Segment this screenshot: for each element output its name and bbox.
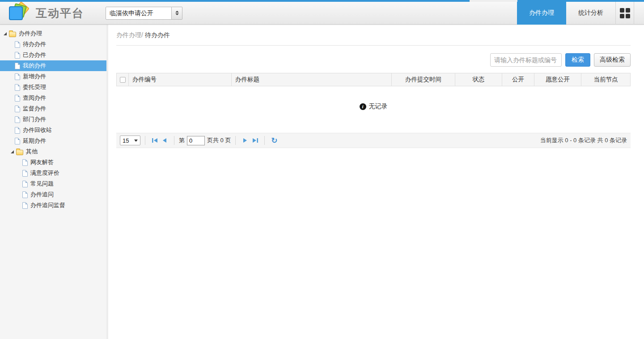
sidebar-item-banjian-banli[interactable]: 办件办理 xyxy=(0,28,106,39)
file-icon xyxy=(15,138,20,144)
page-number-input[interactable] xyxy=(187,136,205,145)
file-icon xyxy=(15,95,20,102)
chevron-down-icon xyxy=(134,140,138,142)
file-icon xyxy=(15,106,20,112)
tab-tongji-fenxi[interactable]: 统计分析 xyxy=(566,2,615,25)
file-icon xyxy=(15,116,20,123)
apps-menu-button[interactable] xyxy=(616,2,634,25)
app-title: 互动平台 xyxy=(36,6,84,21)
pager-divider xyxy=(174,136,174,145)
tree-expand-icon[interactable] xyxy=(11,150,14,153)
records-summary: 当前显示 0 - 0 条记录 共 0 条记录 xyxy=(540,136,627,144)
app-logo-icon xyxy=(8,3,32,23)
pager-divider xyxy=(145,136,145,145)
sidebar-item-department[interactable]: 部门办件 xyxy=(0,114,106,125)
page-size-select[interactable]: 15 xyxy=(120,136,140,145)
file-icon xyxy=(15,73,20,80)
spinner-up-icon xyxy=(175,11,179,13)
sidebar-tree: 办件办理 待办办件 已办办件 我的办件 新增办件 委托受理 查阅办件 监督办件 xyxy=(0,25,108,339)
file-icon xyxy=(22,181,28,187)
file-icon xyxy=(22,191,28,198)
folder-icon xyxy=(16,150,23,155)
sidebar-item-netizen-answers[interactable]: 网友解答 xyxy=(0,157,106,168)
breadcrumb-divider xyxy=(116,45,631,46)
sidebar-item-supervise[interactable]: 监督办件 xyxy=(0,103,106,114)
grid-icon xyxy=(620,8,630,18)
column-header-current-node[interactable]: 当前节点 xyxy=(581,73,630,86)
file-icon xyxy=(22,159,28,166)
sidebar-item-review[interactable]: 查阅办件 xyxy=(0,93,106,103)
breadcrumb: 办件办理/待办办件 xyxy=(116,31,631,38)
next-page-button[interactable] xyxy=(240,136,250,145)
empty-state: i 无记录 xyxy=(116,103,631,110)
refresh-button[interactable]: ↻ xyxy=(269,136,279,145)
folder-icon xyxy=(9,32,16,37)
pagination-bar: 15 第 页共 0 页 xyxy=(116,133,631,148)
column-header-submit-time[interactable]: 办件提交时间 xyxy=(392,73,455,86)
file-icon xyxy=(22,170,28,177)
site-select-spinner-icon[interactable] xyxy=(172,7,182,20)
app-header: 互动平台 临淄依申请公开 办件办理 统计分析 xyxy=(0,2,644,25)
search-input[interactable] xyxy=(490,53,562,67)
sidebar-item-others[interactable]: 其他 xyxy=(0,146,106,157)
page-total-label: 页共 0 页 xyxy=(207,136,231,144)
column-header-item-title[interactable]: 办件标题 xyxy=(232,73,392,86)
breadcrumb-current: 待办办件 xyxy=(145,31,170,38)
pager-controls: 15 第 页共 0 页 xyxy=(120,136,279,145)
search-toolbar: 检索 高级检索 xyxy=(116,53,631,67)
file-icon xyxy=(15,41,20,48)
sidebar-item-my-items[interactable]: 我的办件 xyxy=(0,60,106,71)
sidebar-item-followup[interactable]: 办件追问 xyxy=(0,189,106,200)
sidebar-item-pending[interactable]: 待办办件 xyxy=(0,39,106,50)
sidebar-item-faq[interactable]: 常见问题 xyxy=(0,178,106,189)
column-header-willing-public[interactable]: 愿意公开 xyxy=(534,73,581,86)
sidebar-item-recycle-bin[interactable]: 办件回收站 xyxy=(0,125,106,136)
file-icon xyxy=(15,127,20,134)
column-header-item-number[interactable]: 办件编号 xyxy=(129,73,232,86)
pager-divider xyxy=(235,136,236,145)
search-button[interactable]: 检索 xyxy=(565,53,590,67)
breadcrumb-parent: 办件办理/ xyxy=(116,31,143,38)
pager-divider xyxy=(264,136,265,145)
header-end-pad xyxy=(634,2,644,25)
sidebar-item-done[interactable]: 已办办件 xyxy=(0,50,106,60)
sidebar-item-followup-supervise[interactable]: 办件追问监督 xyxy=(0,200,106,211)
site-select[interactable]: 临淄依申请公开 xyxy=(106,7,182,20)
empty-text: 无记录 xyxy=(369,102,388,110)
sidebar-item-delayed[interactable]: 延期办件 xyxy=(0,136,106,146)
column-header-status[interactable]: 状态 xyxy=(455,73,502,86)
sidebar-item-entrusted[interactable]: 委托受理 xyxy=(0,82,106,93)
file-icon xyxy=(15,63,20,69)
header-checkbox-cell xyxy=(117,73,129,86)
file-icon xyxy=(22,202,28,209)
site-select-value[interactable]: 临淄依申请公开 xyxy=(106,7,172,20)
spinner-down-icon xyxy=(175,13,179,15)
advanced-search-button[interactable]: 高级检索 xyxy=(594,53,631,67)
page-label: 第 xyxy=(179,136,185,144)
last-page-button[interactable] xyxy=(250,136,260,145)
tree-expand-icon[interactable] xyxy=(4,32,7,35)
tab-banjian-banli[interactable]: 办件办理 xyxy=(517,2,566,25)
page-size-value: 15 xyxy=(123,137,129,144)
main-content: 办件办理/待办办件 检索 高级检索 办件编号 办件标题 办件提交时间 状态 公开… xyxy=(108,25,644,339)
sidebar-item-satisfaction[interactable]: 满意度评价 xyxy=(0,168,106,178)
column-header-public[interactable]: 公开 xyxy=(502,73,534,86)
refresh-icon: ↻ xyxy=(271,137,277,144)
info-icon: i xyxy=(360,103,366,110)
select-all-checkbox[interactable] xyxy=(120,77,126,83)
sidebar-item-new[interactable]: 新增办件 xyxy=(0,71,106,82)
file-icon xyxy=(15,84,20,91)
first-page-button[interactable] xyxy=(150,136,160,145)
file-icon xyxy=(15,52,20,59)
table-header-row: 办件编号 办件标题 办件提交时间 状态 公开 愿意公开 当前节点 xyxy=(116,73,631,86)
logo-blue-sheet xyxy=(9,6,23,20)
prev-page-button[interactable] xyxy=(160,136,169,145)
